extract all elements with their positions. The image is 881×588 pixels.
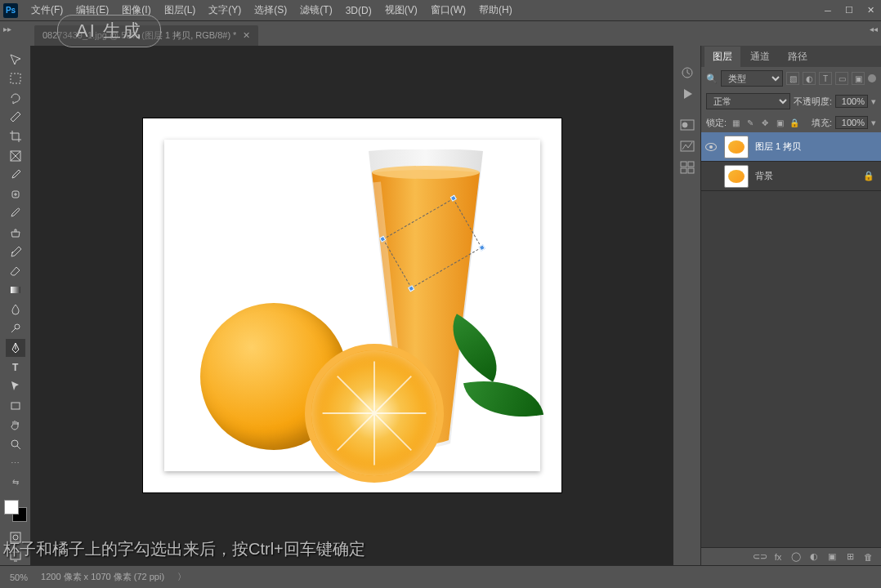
crop-tool[interactable] <box>6 127 25 145</box>
subtitle-overlay: 杯子和橘子上的字勾选出来后，按Ctrl+回车键确定 <box>3 538 365 560</box>
svg-rect-3 <box>11 287 20 293</box>
healing-brush-tool[interactable] <box>6 185 25 203</box>
pen-tool[interactable] <box>6 339 25 357</box>
properties-panel-icon[interactable] <box>677 116 698 134</box>
menu-window[interactable]: 窗口(W) <box>424 0 472 20</box>
status-more-icon[interactable]: 〉 <box>177 571 186 583</box>
move-tool[interactable] <box>6 51 25 69</box>
menu-type[interactable]: 文字(Y) <box>202 0 248 20</box>
eraser-tool[interactable] <box>6 262 25 280</box>
fill-dropdown-icon[interactable]: ▾ <box>871 118 876 128</box>
tab-layers[interactable]: 图层 <box>704 47 740 67</box>
filter-toggle-icon[interactable] <box>868 74 876 82</box>
canvas-area[interactable] <box>31 46 673 565</box>
layer-group-icon[interactable]: ▣ <box>825 550 839 564</box>
magic-wand-tool[interactable] <box>6 109 25 127</box>
layer-thumbnail[interactable] <box>724 165 749 188</box>
layer-filter-select[interactable]: 类型 <box>721 70 783 87</box>
layer-name-label[interactable]: 图层 1 拷贝 <box>755 140 801 153</box>
layer-item[interactable]: 背景 🔒 <box>701 162 881 191</box>
layer-visibility-toggle[interactable] <box>704 143 718 151</box>
edit-toolbar-icon[interactable]: ⇆ <box>6 474 25 492</box>
svg-rect-26 <box>681 168 686 173</box>
adjustments-panel-icon[interactable] <box>677 137 698 155</box>
menu-filter[interactable]: 滤镜(T) <box>293 0 338 20</box>
gradient-tool[interactable] <box>6 282 25 300</box>
menu-help[interactable]: 帮助(H) <box>472 0 519 20</box>
play-panel-icon[interactable] <box>677 85 698 103</box>
adjustment-layer-icon[interactable]: ◐ <box>807 550 821 564</box>
svg-point-22 <box>682 122 687 127</box>
search-icon[interactable]: 🔍 <box>706 74 718 84</box>
dodge-tool[interactable] <box>6 320 25 338</box>
filter-type-icon[interactable]: T <box>819 72 832 85</box>
toolbar-more-icon[interactable]: ⋯ <box>6 454 25 472</box>
layer-thumbnail[interactable] <box>724 136 749 158</box>
opacity-input[interactable] <box>835 95 868 108</box>
fill-label: 填充: <box>812 117 832 129</box>
tab-channels[interactable]: 通道 <box>742 47 778 67</box>
path-selection-tool[interactable] <box>6 377 25 395</box>
color-swatches[interactable] <box>4 500 27 522</box>
clone-stamp-tool[interactable] <box>6 224 25 242</box>
styles-panel-icon[interactable] <box>677 158 698 176</box>
status-bar: 50% 1200 像素 x 1070 像素 (72 ppi) 〉 <box>0 565 881 588</box>
menu-view[interactable]: 视图(V) <box>378 0 424 20</box>
opacity-dropdown-icon[interactable]: ▾ <box>871 96 876 107</box>
lasso-tool[interactable] <box>6 89 25 107</box>
collapse-left-icon[interactable]: ▸▸ <box>3 24 11 33</box>
lock-artboard-icon[interactable]: ▣ <box>774 117 785 128</box>
filter-smart-icon[interactable]: ▣ <box>852 72 865 85</box>
new-layer-icon[interactable]: ⊞ <box>843 550 856 564</box>
brush-tool[interactable] <box>6 204 25 222</box>
rectangle-tool[interactable] <box>6 397 25 415</box>
blur-tool[interactable] <box>6 301 25 318</box>
delete-layer-icon[interactable]: 🗑 <box>861 550 874 564</box>
tab-paths[interactable]: 路径 <box>780 47 816 67</box>
menu-layer[interactable]: 图层(L) <box>158 0 203 20</box>
layers-panel: 图层 通道 路径 🔍 类型 ▧ ◐ T ▭ ▣ 正常 不透明度: <box>701 46 881 565</box>
filter-shape-icon[interactable]: ▭ <box>835 72 848 85</box>
link-layers-icon[interactable]: ⊂⊃ <box>754 550 767 564</box>
minimize-button[interactable]: ─ <box>817 2 839 19</box>
ai-generated-badge: AI 生成 <box>57 15 161 47</box>
history-panel-icon[interactable] <box>677 64 698 82</box>
svg-rect-27 <box>688 168 694 173</box>
history-brush-tool[interactable] <box>6 243 25 261</box>
zoom-tool[interactable] <box>6 435 25 453</box>
filter-pixel-icon[interactable]: ▧ <box>786 72 799 85</box>
svg-line-15 <box>374 413 411 450</box>
hand-tool[interactable] <box>6 416 25 434</box>
layer-mask-icon[interactable]: ◯ <box>789 550 803 564</box>
lock-pixels-icon[interactable]: ✎ <box>745 117 756 128</box>
svg-rect-24 <box>681 162 686 167</box>
menu-3d[interactable]: 3D(D) <box>339 2 378 20</box>
layer-style-icon[interactable]: fx <box>771 550 785 564</box>
lock-all-icon[interactable]: 🔒 <box>789 117 800 128</box>
layer-name-label[interactable]: 背景 <box>755 170 773 182</box>
svg-rect-25 <box>688 162 694 167</box>
zoom-level-label[interactable]: 50% <box>10 572 28 582</box>
lock-position-icon[interactable]: ✥ <box>759 117 771 128</box>
maximize-button[interactable]: ☐ <box>839 2 860 19</box>
type-tool[interactable]: T <box>6 359 25 376</box>
svg-rect-6 <box>11 403 20 409</box>
orange-slice-image <box>305 344 444 483</box>
lock-transparency-icon[interactable]: ▦ <box>730 117 741 128</box>
fill-input[interactable] <box>835 116 868 129</box>
eyedropper-tool[interactable] <box>6 166 25 184</box>
tab-close-icon[interactable]: ✕ <box>243 30 250 41</box>
docked-panels-strip <box>673 46 701 565</box>
close-button[interactable]: ✕ <box>860 2 881 19</box>
svg-point-11 <box>372 166 480 179</box>
frame-tool[interactable] <box>6 147 25 165</box>
menu-select[interactable]: 选择(S) <box>248 0 293 20</box>
svg-rect-0 <box>11 74 20 83</box>
blend-mode-select[interactable]: 正常 <box>706 93 790 109</box>
collapse-right-icon[interactable]: ◂◂ <box>870 24 878 33</box>
marquee-tool[interactable] <box>6 70 25 88</box>
tools-panel: T ⋯ ⇆ <box>0 46 31 565</box>
filter-adjustment-icon[interactable]: ◐ <box>803 72 816 85</box>
layer-item[interactable]: 图层 1 拷贝 <box>701 132 881 162</box>
foreground-color-swatch[interactable] <box>4 500 19 514</box>
